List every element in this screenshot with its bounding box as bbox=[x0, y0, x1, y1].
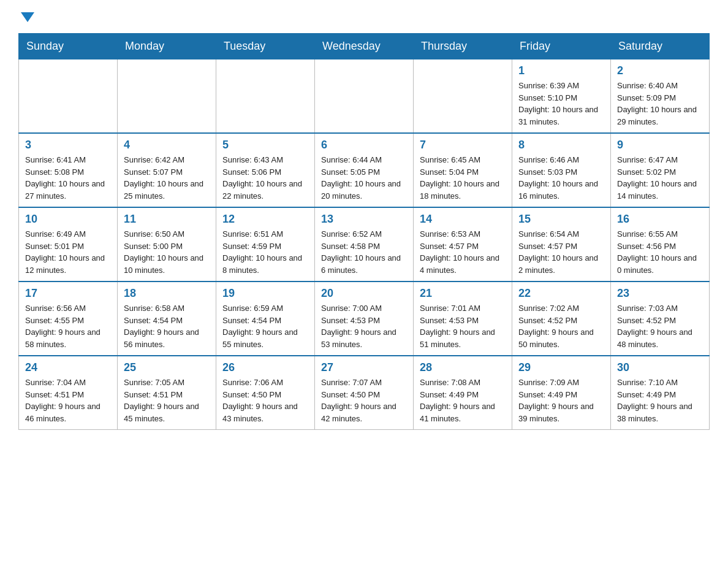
day-number: 15 bbox=[518, 213, 604, 226]
day-info: Sunrise: 7:04 AM Sunset: 4:51 PM Dayligh… bbox=[25, 377, 111, 424]
calendar-cell: 3Sunrise: 6:41 AM Sunset: 5:08 PM Daylig… bbox=[19, 133, 118, 207]
calendar-cell: 8Sunrise: 6:46 AM Sunset: 5:03 PM Daylig… bbox=[512, 133, 611, 207]
calendar-cell: 23Sunrise: 7:03 AM Sunset: 4:52 PM Dayli… bbox=[611, 282, 710, 356]
calendar-cell: 18Sunrise: 6:58 AM Sunset: 4:54 PM Dayli… bbox=[118, 282, 216, 356]
day-number: 1 bbox=[518, 64, 604, 77]
logo-triangle-icon bbox=[21, 12, 34, 22]
day-info: Sunrise: 6:52 AM Sunset: 4:58 PM Dayligh… bbox=[321, 228, 407, 276]
day-number: 10 bbox=[25, 213, 111, 226]
day-number: 9 bbox=[617, 139, 703, 151]
day-number: 5 bbox=[222, 139, 308, 151]
day-info: Sunrise: 6:43 AM Sunset: 5:06 PM Dayligh… bbox=[222, 154, 308, 202]
day-info: Sunrise: 6:49 AM Sunset: 5:01 PM Dayligh… bbox=[25, 228, 111, 276]
day-info: Sunrise: 7:03 AM Sunset: 4:52 PM Dayligh… bbox=[617, 302, 703, 350]
calendar-cell: 20Sunrise: 7:00 AM Sunset: 4:53 PM Dayli… bbox=[315, 282, 414, 356]
calendar-cell: 10Sunrise: 6:49 AM Sunset: 5:01 PM Dayli… bbox=[19, 207, 118, 282]
day-info: Sunrise: 7:09 AM Sunset: 4:49 PM Dayligh… bbox=[518, 377, 604, 424]
page-header bbox=[18, 12, 710, 21]
day-info: Sunrise: 6:46 AM Sunset: 5:03 PM Dayligh… bbox=[518, 154, 604, 202]
day-info: Sunrise: 6:55 AM Sunset: 4:56 PM Dayligh… bbox=[617, 228, 703, 276]
weekday-header-row: SundayMondayTuesdayWednesdayThursdayFrid… bbox=[19, 34, 710, 59]
calendar-cell bbox=[315, 59, 414, 134]
calendar-cell: 13Sunrise: 6:52 AM Sunset: 4:58 PM Dayli… bbox=[315, 207, 414, 282]
day-info: Sunrise: 6:47 AM Sunset: 5:02 PM Dayligh… bbox=[617, 154, 703, 202]
calendar-cell: 6Sunrise: 6:44 AM Sunset: 5:05 PM Daylig… bbox=[315, 133, 414, 207]
calendar-cell: 21Sunrise: 7:01 AM Sunset: 4:53 PM Dayli… bbox=[414, 282, 512, 356]
day-number: 17 bbox=[25, 287, 111, 300]
day-info: Sunrise: 6:50 AM Sunset: 5:00 PM Dayligh… bbox=[124, 228, 210, 276]
day-number: 24 bbox=[25, 361, 111, 374]
day-number: 3 bbox=[25, 139, 111, 151]
day-number: 13 bbox=[321, 213, 407, 226]
calendar-week-row: 17Sunrise: 6:56 AM Sunset: 4:55 PM Dayli… bbox=[19, 282, 710, 356]
day-info: Sunrise: 6:41 AM Sunset: 5:08 PM Dayligh… bbox=[25, 154, 111, 202]
day-number: 8 bbox=[518, 139, 604, 151]
day-number: 6 bbox=[321, 139, 407, 151]
day-number: 2 bbox=[617, 64, 703, 77]
calendar-cell: 15Sunrise: 6:54 AM Sunset: 4:57 PM Dayli… bbox=[512, 207, 611, 282]
day-info: Sunrise: 6:40 AM Sunset: 5:09 PM Dayligh… bbox=[617, 80, 703, 128]
day-number: 20 bbox=[321, 287, 407, 300]
day-number: 7 bbox=[420, 139, 506, 151]
calendar-cell: 12Sunrise: 6:51 AM Sunset: 4:59 PM Dayli… bbox=[216, 207, 315, 282]
day-info: Sunrise: 7:01 AM Sunset: 4:53 PM Dayligh… bbox=[420, 302, 506, 350]
calendar-cell: 22Sunrise: 7:02 AM Sunset: 4:52 PM Dayli… bbox=[512, 282, 611, 356]
day-info: Sunrise: 6:53 AM Sunset: 4:57 PM Dayligh… bbox=[420, 228, 506, 276]
weekday-header-saturday: Saturday bbox=[611, 34, 710, 59]
calendar-cell: 9Sunrise: 6:47 AM Sunset: 5:02 PM Daylig… bbox=[611, 133, 710, 207]
day-info: Sunrise: 6:42 AM Sunset: 5:07 PM Dayligh… bbox=[124, 154, 210, 202]
calendar-cell: 2Sunrise: 6:40 AM Sunset: 5:09 PM Daylig… bbox=[611, 59, 710, 134]
weekday-header-thursday: Thursday bbox=[414, 34, 512, 59]
day-info: Sunrise: 7:05 AM Sunset: 4:51 PM Dayligh… bbox=[124, 377, 210, 424]
day-number: 23 bbox=[617, 287, 703, 300]
calendar-cell: 24Sunrise: 7:04 AM Sunset: 4:51 PM Dayli… bbox=[19, 356, 118, 430]
day-number: 18 bbox=[124, 287, 210, 300]
calendar-week-row: 1Sunrise: 6:39 AM Sunset: 5:10 PM Daylig… bbox=[19, 59, 710, 134]
day-number: 19 bbox=[222, 287, 308, 300]
calendar-cell: 27Sunrise: 7:07 AM Sunset: 4:50 PM Dayli… bbox=[315, 356, 414, 430]
calendar-week-row: 10Sunrise: 6:49 AM Sunset: 5:01 PM Dayli… bbox=[19, 207, 710, 282]
calendar-cell: 29Sunrise: 7:09 AM Sunset: 4:49 PM Dayli… bbox=[512, 356, 611, 430]
day-info: Sunrise: 6:44 AM Sunset: 5:05 PM Dayligh… bbox=[321, 154, 407, 202]
day-info: Sunrise: 6:45 AM Sunset: 5:04 PM Dayligh… bbox=[420, 154, 506, 202]
day-number: 22 bbox=[518, 287, 604, 300]
day-info: Sunrise: 6:56 AM Sunset: 4:55 PM Dayligh… bbox=[25, 302, 111, 350]
day-number: 30 bbox=[617, 361, 703, 374]
day-info: Sunrise: 6:39 AM Sunset: 5:10 PM Dayligh… bbox=[518, 80, 604, 128]
day-number: 27 bbox=[321, 361, 407, 374]
calendar-cell: 28Sunrise: 7:08 AM Sunset: 4:49 PM Dayli… bbox=[414, 356, 512, 430]
day-info: Sunrise: 6:59 AM Sunset: 4:54 PM Dayligh… bbox=[222, 302, 308, 350]
day-number: 11 bbox=[124, 213, 210, 226]
day-number: 16 bbox=[617, 213, 703, 226]
weekday-header-tuesday: Tuesday bbox=[216, 34, 315, 59]
day-number: 21 bbox=[420, 287, 506, 300]
day-info: Sunrise: 6:51 AM Sunset: 4:59 PM Dayligh… bbox=[222, 228, 308, 276]
day-number: 26 bbox=[222, 361, 308, 374]
weekday-header-monday: Monday bbox=[118, 34, 216, 59]
calendar-cell: 25Sunrise: 7:05 AM Sunset: 4:51 PM Dayli… bbox=[118, 356, 216, 430]
logo bbox=[18, 12, 34, 21]
calendar-cell: 19Sunrise: 6:59 AM Sunset: 4:54 PM Dayli… bbox=[216, 282, 315, 356]
calendar-cell: 14Sunrise: 6:53 AM Sunset: 4:57 PM Dayli… bbox=[414, 207, 512, 282]
calendar-table: SundayMondayTuesdayWednesdayThursdayFrid… bbox=[18, 33, 710, 430]
calendar-cell: 4Sunrise: 6:42 AM Sunset: 5:07 PM Daylig… bbox=[118, 133, 216, 207]
calendar-cell bbox=[19, 59, 118, 134]
day-number: 28 bbox=[420, 361, 506, 374]
day-info: Sunrise: 7:10 AM Sunset: 4:49 PM Dayligh… bbox=[617, 377, 703, 424]
calendar-cell bbox=[118, 59, 216, 134]
day-number: 4 bbox=[124, 139, 210, 151]
calendar-cell: 30Sunrise: 7:10 AM Sunset: 4:49 PM Dayli… bbox=[611, 356, 710, 430]
calendar-cell: 16Sunrise: 6:55 AM Sunset: 4:56 PM Dayli… bbox=[611, 207, 710, 282]
calendar-week-row: 3Sunrise: 6:41 AM Sunset: 5:08 PM Daylig… bbox=[19, 133, 710, 207]
calendar-cell: 7Sunrise: 6:45 AM Sunset: 5:04 PM Daylig… bbox=[414, 133, 512, 207]
calendar-cell: 1Sunrise: 6:39 AM Sunset: 5:10 PM Daylig… bbox=[512, 59, 611, 134]
day-info: Sunrise: 6:54 AM Sunset: 4:57 PM Dayligh… bbox=[518, 228, 604, 276]
calendar-cell: 26Sunrise: 7:06 AM Sunset: 4:50 PM Dayli… bbox=[216, 356, 315, 430]
day-info: Sunrise: 7:08 AM Sunset: 4:49 PM Dayligh… bbox=[420, 377, 506, 424]
calendar-cell: 11Sunrise: 6:50 AM Sunset: 5:00 PM Dayli… bbox=[118, 207, 216, 282]
calendar-cell: 17Sunrise: 6:56 AM Sunset: 4:55 PM Dayli… bbox=[19, 282, 118, 356]
calendar-cell bbox=[216, 59, 315, 134]
day-number: 12 bbox=[222, 213, 308, 226]
weekday-header-friday: Friday bbox=[512, 34, 611, 59]
day-info: Sunrise: 6:58 AM Sunset: 4:54 PM Dayligh… bbox=[124, 302, 210, 350]
